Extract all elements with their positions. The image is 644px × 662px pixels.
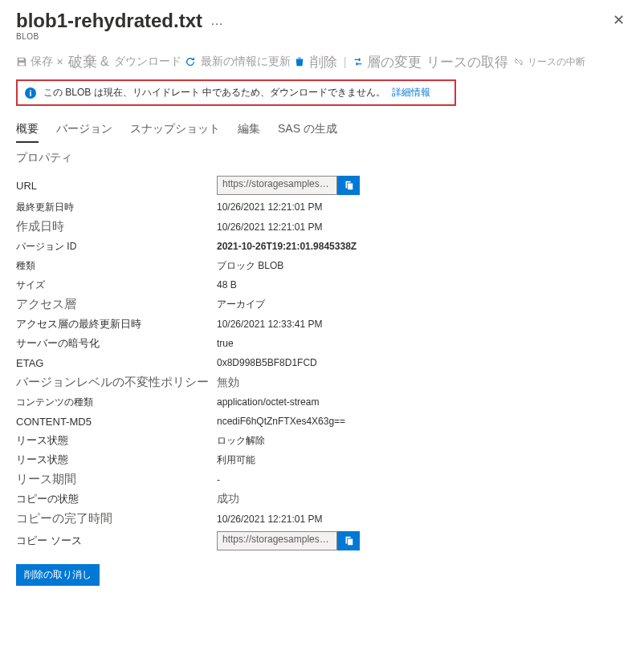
command-bar: 保存 ✕ 破棄 & ダウンロード 最新の情報に更新 削除 | 層の変更 リースの…: [16, 52, 628, 71]
info-icon: i: [24, 87, 37, 100]
copy-url-button[interactable]: [337, 176, 360, 195]
row-immutability: バージョンレベルの不変性ポリシー 無効: [16, 372, 628, 392]
label-server-encrypt: サーバーの暗号化: [16, 336, 217, 351]
copy-source-button[interactable]: [337, 531, 360, 550]
undelete-button[interactable]: 削除の取り消し: [16, 564, 100, 586]
row-size: サイズ 48 B: [16, 275, 628, 294]
row-content-md5: CONTENT-MD5 ncediF6hQtZnFTXes4X63g==: [16, 412, 628, 431]
tab-versions[interactable]: バージョン: [56, 117, 112, 143]
page-subtitle: BLOB: [16, 32, 223, 41]
acquire-lease-label: リースの取得: [426, 53, 508, 71]
row-copy-completion: コピーの完了時間 10/26/2021 12:21:01 PM: [16, 509, 628, 529]
label-copy-status: コピーの状態: [16, 492, 217, 506]
value-content-md5: ncediF6hQtZnFTXes4X63g==: [217, 416, 345, 427]
value-etag: 0x8D998B5BF8D1FCD: [217, 357, 317, 368]
tab-snapshots[interactable]: スナップショット: [130, 117, 220, 143]
blob-properties-panel: blob1-rehydrated.txt … BLOB ✕ 保存 ✕ 破棄 & …: [0, 0, 644, 602]
value-last-modified: 10/26/2021 12:21:01 PM: [217, 201, 322, 213]
row-copy-source: コピー ソース https://storagesamples…: [16, 529, 628, 553]
tab-edit[interactable]: 編集: [238, 117, 260, 143]
break-lease-icon: [513, 56, 524, 67]
row-lease-state: リース状態 利用可能: [16, 450, 628, 469]
discard-label: 破棄: [68, 52, 97, 71]
save-icon: [16, 56, 27, 67]
row-copy-status: コピーの状態 成功: [16, 489, 628, 509]
tab-overview[interactable]: 概要: [16, 117, 39, 143]
label-copy-source: コピー ソース: [16, 534, 217, 548]
label-creation-time: 作成日時: [16, 219, 217, 234]
tab-bar: 概要 バージョン スナップショット 編集 SAS の生成: [16, 117, 628, 143]
row-lease-duration: リース期間 -: [16, 469, 628, 489]
row-lease-status: リース状態 ロック解除: [16, 431, 628, 450]
row-etag: ETAG 0x8D998B5BF8D1FCD: [16, 353, 628, 372]
change-tier-icon: [353, 56, 364, 67]
label-content-md5: CONTENT-MD5: [16, 416, 217, 428]
label-immutability: バージョンレベルの不変性ポリシー: [16, 375, 217, 390]
label-url: URL: [16, 180, 217, 192]
close-icon[interactable]: ✕: [609, 10, 628, 30]
change-tier-button[interactable]: 層の変更: [353, 53, 422, 71]
row-content-type: コンテンツの種類 application/octet-stream: [16, 392, 628, 412]
notice-link[interactable]: 詳細情報: [392, 86, 430, 100]
label-copy-completion: コピーの完了時間: [16, 511, 217, 526]
refresh-icon: [185, 56, 196, 67]
value-lease-status: ロック解除: [217, 434, 265, 448]
panel-header: blob1-rehydrated.txt … BLOB ✕: [16, 10, 628, 41]
label-access-tier: アクセス層: [16, 297, 217, 312]
download-label: ダウンロード: [114, 55, 181, 69]
discard-button[interactable]: 破棄 &: [68, 52, 109, 71]
value-type: ブロック BLOB: [217, 259, 283, 273]
value-creation-time: 10/26/2021 12:21:01 PM: [217, 221, 322, 233]
label-type: 種類: [16, 259, 217, 273]
row-access-tier: アクセス層 アーカイブ: [16, 294, 628, 315]
change-tier-label: 層の変更: [367, 53, 422, 71]
row-version-id: バージョン ID 2021-10-26T19:21:01.9845338Z: [16, 237, 628, 256]
toolbar-separator: |: [344, 55, 347, 68]
svg-text:i: i: [29, 88, 31, 98]
row-server-encrypt: サーバーの暗号化 true: [16, 334, 628, 353]
break-lease-label: リースの中断: [528, 55, 585, 69]
delete-button[interactable]: 削除: [310, 53, 337, 71]
value-access-tier: アーカイブ: [217, 298, 265, 311]
value-size: 48 B: [217, 279, 237, 290]
label-size: サイズ: [16, 278, 217, 292]
label-version-id: バージョン ID: [16, 240, 217, 254]
label-last-modified: 最終更新日時: [16, 201, 217, 214]
copy-icon: [343, 535, 354, 546]
download-button[interactable]: ダウンロード: [114, 55, 196, 69]
save-button[interactable]: 保存 ✕: [16, 55, 63, 69]
value-lease-duration: -: [217, 474, 220, 485]
value-copy-status: 成功: [217, 492, 239, 506]
copy-source-value[interactable]: https://storagesamples…: [217, 531, 337, 550]
more-menu-icon[interactable]: …: [210, 14, 223, 28]
rehydration-notice: i この BLOB は現在、リハイドレート 中であるため、ダウンロードできません…: [16, 79, 456, 106]
value-lease-state: 利用可能: [217, 453, 255, 467]
section-properties: プロパティ: [16, 151, 628, 165]
label-etag: ETAG: [16, 357, 217, 369]
value-content-type: application/octet-stream: [217, 396, 319, 408]
url-value[interactable]: https://storagesamples…: [217, 176, 337, 195]
break-lease-button[interactable]: リースの中断: [513, 55, 585, 69]
label-content-type: コンテンツの種類: [16, 396, 217, 409]
row-last-modified: 最終更新日時 10/26/2021 12:21:01 PM: [16, 197, 628, 217]
value-copy-completion: 10/26/2021 12:21:01 PM: [217, 514, 322, 525]
label-lease-duration: リース期間: [16, 472, 217, 487]
label-lease-state: リース状態: [16, 453, 217, 467]
value-server-encrypt: true: [217, 338, 234, 349]
delete-label: 削除: [310, 53, 337, 71]
delete-icon: [294, 56, 305, 67]
value-version-id: 2021-10-26T19:21:01.9845338Z: [217, 241, 357, 252]
value-access-tier-mod: 10/26/2021 12:33:41 PM: [217, 319, 322, 330]
acquire-lease-button[interactable]: リースの取得: [426, 53, 508, 71]
label-access-tier-mod: アクセス層の最終更新日時: [16, 317, 217, 331]
refresh-label: 最新の情報に更新: [201, 55, 291, 69]
notice-text: この BLOB は現在、リハイドレート 中であるため、ダウンロードできません。: [43, 86, 385, 100]
label-lease-status: リース状態: [16, 433, 217, 448]
tab-sas[interactable]: SAS の生成: [278, 117, 337, 143]
properties-list: URL https://storagesamples… 最終更新日時 10/26…: [16, 173, 628, 553]
refresh-button[interactable]: 最新の情報に更新: [201, 55, 305, 69]
value-immutability: 無効: [217, 376, 239, 390]
page-title: blob1-rehydrated.txt: [16, 10, 202, 32]
row-access-tier-mod: アクセス層の最終更新日時 10/26/2021 12:33:41 PM: [16, 315, 628, 334]
copy-icon: [343, 180, 354, 191]
